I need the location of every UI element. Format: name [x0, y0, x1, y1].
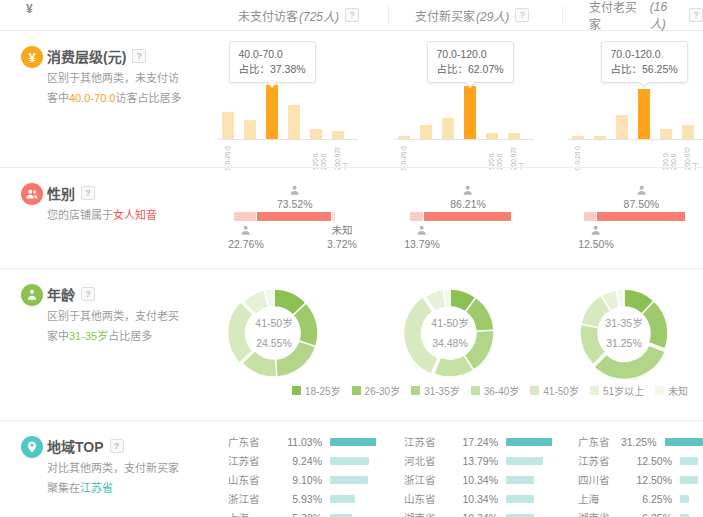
female-segment[interactable]: [424, 212, 511, 221]
legend-item-36-40岁[interactable]: 36-40岁: [471, 383, 520, 398]
header-count: (29人): [476, 7, 509, 24]
province-bar[interactable]: [330, 476, 368, 484]
consume-bar[interactable]: [464, 86, 476, 139]
legend-item-26-30岁[interactable]: 26-30岁: [352, 383, 401, 398]
legend-item-51岁以上[interactable]: 51岁以上: [590, 383, 644, 398]
donut-segment-31-35岁[interactable]: [276, 341, 316, 377]
male-segment[interactable]: [584, 212, 596, 221]
region-row[interactable]: 湖南省10.34%: [404, 508, 562, 517]
gender-chart-old-buyers[interactable]: 87.50% 12.50%: [562, 168, 703, 269]
help-icon[interactable]: ?: [110, 439, 124, 453]
region-row[interactable]: 江苏省12.50%: [578, 451, 703, 470]
consume-bar[interactable]: [508, 133, 520, 139]
consume-bar[interactable]: [288, 105, 300, 139]
consume-bar-chart-unpaid[interactable]: 40.0-70.0占比：37.38% 0.0-20.0120.0-200.020…: [212, 31, 388, 167]
legend-label: 26-30岁: [365, 383, 401, 398]
female-marker: 87.50%: [624, 184, 660, 210]
province-bar[interactable]: [680, 457, 698, 465]
province-bar[interactable]: [506, 438, 552, 446]
age-donut[interactable]: 41-50岁34.48%: [402, 285, 498, 381]
help-icon[interactable]: ?: [81, 287, 95, 301]
unknown-segment[interactable]: [332, 212, 335, 221]
consume-bar[interactable]: [594, 136, 606, 139]
consume-bar[interactable]: [638, 89, 650, 139]
female-segment[interactable]: [597, 212, 685, 221]
province-bar[interactable]: [680, 514, 689, 517]
consume-bar[interactable]: [616, 115, 628, 139]
gender-stacked-bar[interactable]: [234, 212, 336, 221]
female-segment[interactable]: [257, 212, 331, 221]
province-bar[interactable]: [680, 476, 698, 484]
age-donut[interactable]: 41-50岁24.55%: [226, 285, 322, 381]
age-chart-unpaid: 41-50岁24.55%: [212, 269, 388, 421]
province-bar[interactable]: [506, 457, 543, 465]
consume-bar[interactable]: [244, 120, 256, 139]
region-row[interactable]: 四川省12.50%: [578, 470, 703, 489]
region-list-old-buyers: 广东省31.25%江苏省12.50%四川省12.50%上海6.25%湖南省6.2…: [562, 421, 703, 517]
gender-chart-unpaid[interactable]: 73.52% 22.76% 未知3.72%: [212, 168, 388, 269]
legend-item-31-35岁[interactable]: 31-35岁: [411, 383, 460, 398]
donut-segment-41-50岁[interactable]: [228, 302, 254, 363]
legend-item-41-50岁[interactable]: 41-50岁: [530, 383, 579, 398]
region-row[interactable]: 广东省31.25%: [578, 432, 703, 451]
consume-bar[interactable]: [222, 112, 234, 139]
province-bar[interactable]: [680, 495, 689, 503]
age-chart-old-buyers: 31-35岁31.25%: [562, 269, 703, 421]
province-bar[interactable]: [330, 457, 369, 465]
help-icon[interactable]: ?: [132, 49, 146, 63]
legend-label: 18-25岁: [305, 383, 341, 398]
consume-bar[interactable]: [486, 133, 498, 139]
region-row[interactable]: 广东省11.03%: [228, 432, 388, 451]
consume-bar[interactable]: [332, 131, 344, 139]
consume-bar[interactable]: [310, 129, 322, 139]
region-row[interactable]: 河北省13.79%: [404, 451, 562, 470]
province-bar[interactable]: [330, 514, 352, 517]
region-list-unpaid: 广东省11.03%江苏省9.24%山东省9.10%浙江省5.93%上海5.38%: [212, 421, 388, 517]
male-segment[interactable]: [410, 212, 423, 221]
gender-chart-new-buyers[interactable]: 86.21% 13.79%: [388, 168, 562, 269]
header-new-buyers[interactable]: 支付新买家(29人) ?: [388, 6, 562, 24]
province-name: 广东省: [228, 434, 278, 449]
consume-bar-chart-new-buyers[interactable]: 70.0-120.0占比：62.07% 0.0-20.0120.0-200.02…: [388, 31, 562, 167]
legend-item-未知[interactable]: 未知: [655, 383, 688, 398]
header-unpaid-visitors[interactable]: 未支付访客(725人) ?: [212, 6, 388, 24]
province-name: 山东省: [228, 472, 278, 487]
male-segment[interactable]: [234, 212, 256, 221]
help-icon[interactable]: ?: [515, 8, 529, 22]
province-bar[interactable]: [506, 495, 534, 503]
region-row[interactable]: 山东省10.34%: [404, 489, 562, 508]
region-row[interactable]: 湖南省6.25%: [578, 508, 703, 517]
province-bar[interactable]: [330, 495, 355, 503]
province-bar[interactable]: [330, 438, 376, 446]
consume-bar[interactable]: [266, 85, 278, 139]
consume-bar[interactable]: [572, 136, 584, 139]
header-old-buyers[interactable]: 支付老买家(16人) ?: [562, 6, 703, 24]
help-icon[interactable]: ?: [689, 8, 703, 22]
province-bar[interactable]: [506, 476, 534, 484]
region-row[interactable]: 浙江省5.93%: [228, 489, 388, 508]
gender-stacked-bar[interactable]: [584, 212, 686, 221]
legend-swatch: [352, 386, 361, 395]
gender-info: 性别? 您的店铺属于女人知音: [0, 168, 212, 269]
region-row[interactable]: 江苏省17.24%: [404, 432, 562, 451]
region-row[interactable]: 浙江省10.34%: [404, 470, 562, 489]
province-bar[interactable]: [665, 438, 703, 446]
gender-stacked-bar[interactable]: [410, 212, 512, 221]
region-row[interactable]: 山东省9.10%: [228, 470, 388, 489]
consume-bar[interactable]: [682, 125, 694, 139]
x-axis-line: [394, 139, 534, 140]
consume-bar[interactable]: [442, 118, 454, 139]
help-icon[interactable]: ?: [345, 8, 359, 22]
region-row[interactable]: 上海6.25%: [578, 489, 703, 508]
consume-bar[interactable]: [660, 129, 672, 139]
legend-item-18-25岁[interactable]: 18-25岁: [292, 383, 341, 398]
region-row[interactable]: 江苏省9.24%: [228, 451, 388, 470]
consume-bar[interactable]: [398, 136, 410, 139]
consume-bar-chart-old-buyers[interactable]: 70.0-120.0占比：56.25% 0.0-20.0120.0-200.02…: [562, 31, 703, 167]
help-icon[interactable]: ?: [81, 186, 95, 200]
consume-bar[interactable]: [420, 125, 432, 139]
highlight-range: 40.0-70.0: [69, 92, 115, 104]
province-bar[interactable]: [506, 514, 534, 517]
age-donut[interactable]: 31-35岁31.25%: [576, 285, 672, 381]
region-row[interactable]: 上海5.38%: [228, 508, 388, 517]
